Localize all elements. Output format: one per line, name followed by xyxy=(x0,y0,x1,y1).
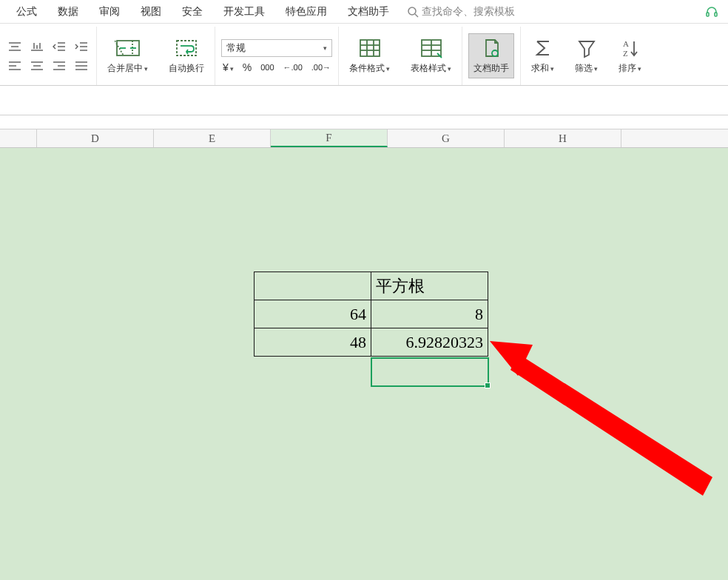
table-style-button[interactable]: 表格样式▾ xyxy=(406,34,456,78)
sigma-icon xyxy=(532,37,554,59)
filter-button[interactable]: 筛选▾ xyxy=(570,34,602,78)
align-center-icon[interactable] xyxy=(28,58,46,73)
indent-increase-icon[interactable] xyxy=(73,39,90,54)
doc-helper-icon xyxy=(480,37,502,59)
currency-button[interactable]: ¥▾ xyxy=(223,61,234,73)
align-center-h-icon[interactable] xyxy=(6,39,24,54)
col-header-g[interactable]: G xyxy=(388,129,505,147)
merge-cells-icon xyxy=(115,37,141,59)
number-format-value: 常规 xyxy=(226,41,246,55)
cell-e2[interactable]: 64 xyxy=(255,300,371,328)
menu-special-apps[interactable]: 特色应用 xyxy=(275,5,337,18)
conditional-format-icon xyxy=(357,37,382,59)
column-headers: D E F G H xyxy=(0,129,728,148)
fill-handle[interactable] xyxy=(485,382,491,388)
worksheet-grid[interactable]: 平方根 64 8 48 6.92820323 xyxy=(0,148,728,580)
table-style-group: 表格样式▾ xyxy=(400,27,462,85)
cell-e1[interactable] xyxy=(255,272,371,300)
sort-button[interactable]: AZ 排序▾ xyxy=(614,34,646,78)
merge-label: 合并居中 xyxy=(107,63,143,73)
menu-doc-helper[interactable]: 文档助手 xyxy=(337,5,400,18)
menu-dev-tools[interactable]: 开发工具 xyxy=(213,5,275,18)
menu-bar: 公式 数据 审阅 视图 安全 开发工具 特色应用 文档助手 查找命令、搜索模板 xyxy=(0,0,728,24)
doc-helper-button[interactable]: 文档助手 xyxy=(468,33,514,78)
table-row: 平方根 xyxy=(255,272,488,300)
wrap-text-icon xyxy=(173,37,200,59)
cell-f1[interactable]: 平方根 xyxy=(371,272,488,300)
align-right-icon[interactable] xyxy=(50,58,68,73)
wrap-label: 自动换行 xyxy=(169,62,204,75)
filter-group: 筛选▾ xyxy=(564,27,608,85)
doc-helper-label: 文档助手 xyxy=(473,62,509,75)
decrease-decimal-button[interactable]: .00→ xyxy=(311,63,331,72)
sort-group: AZ 排序▾ xyxy=(608,27,652,85)
increase-decimal-button[interactable]: ←.00 xyxy=(283,63,303,72)
align-left-icon[interactable] xyxy=(6,58,24,73)
table-row: 48 6.92820323 xyxy=(255,328,488,357)
cell-e3[interactable]: 48 xyxy=(255,328,371,357)
wrap-group: 自动换行 xyxy=(158,27,215,85)
headset-icon[interactable] xyxy=(704,4,719,19)
svg-marker-47 xyxy=(510,354,712,496)
menu-view[interactable]: 视图 xyxy=(130,5,172,18)
sum-group: 求和▾ xyxy=(521,27,564,85)
col-header-d[interactable]: D xyxy=(37,129,154,147)
svg-rect-2 xyxy=(707,13,709,16)
svg-text:A: A xyxy=(623,39,629,48)
table-row: 64 8 xyxy=(255,300,488,328)
cell-f2[interactable]: 8 xyxy=(371,300,488,328)
search-placeholder: 查找命令、搜索模板 xyxy=(422,5,515,18)
sort-label: 排序 xyxy=(619,63,636,73)
ribbon-toolbar: 合并居中▾ 自动换行 常规 ▾ ¥▾ % 000 ←.00 .00→ 条件格式▾ xyxy=(0,24,728,86)
justify-icon[interactable] xyxy=(73,58,90,73)
funnel-icon xyxy=(576,37,598,59)
wrap-text-button[interactable]: 自动换行 xyxy=(164,34,209,78)
annotation-arrow-icon xyxy=(0,148,728,580)
merge-group: 合并居中▾ xyxy=(97,27,158,85)
formula-bar-area xyxy=(0,86,728,115)
filter-label: 筛选 xyxy=(575,63,593,73)
sum-button[interactable]: 求和▾ xyxy=(527,34,559,78)
search-box[interactable]: 查找命令、搜索模板 xyxy=(407,5,515,18)
comma-style-button[interactable]: 000 xyxy=(260,63,274,72)
align-group xyxy=(0,27,97,85)
search-icon xyxy=(407,6,419,18)
select-all-corner[interactable] xyxy=(0,129,37,147)
percent-button[interactable]: % xyxy=(243,61,252,73)
svg-point-42 xyxy=(492,50,498,56)
col-header-e[interactable]: E xyxy=(154,129,271,147)
indent-decrease-icon[interactable] xyxy=(50,39,68,54)
align-bottom-icon[interactable] xyxy=(28,39,46,54)
table-style-label: 表格样式 xyxy=(411,63,446,73)
data-table: 平方根 64 8 48 6.92820323 xyxy=(254,272,488,357)
number-format-group: 常规 ▾ ¥▾ % 000 ←.00 .00→ xyxy=(215,27,339,85)
cell-f3[interactable]: 6.92820323 xyxy=(371,328,488,357)
svg-line-1 xyxy=(415,14,418,17)
svg-rect-3 xyxy=(715,13,717,16)
chevron-down-icon: ▾ xyxy=(323,44,327,52)
sum-label: 求和 xyxy=(531,63,549,73)
col-header-f[interactable]: F xyxy=(271,129,388,147)
menu-formula[interactable]: 公式 xyxy=(6,5,47,18)
menu-security[interactable]: 安全 xyxy=(172,5,213,18)
svg-point-0 xyxy=(408,7,416,15)
active-cell-selection[interactable] xyxy=(371,357,489,387)
svg-rect-33 xyxy=(360,40,380,56)
sort-icon: AZ xyxy=(619,37,641,59)
table-style-icon xyxy=(419,37,444,59)
col-header-h[interactable]: H xyxy=(505,129,621,147)
merge-cells-button[interactable]: 合并居中▾ xyxy=(103,34,152,78)
cond-format-label: 条件格式 xyxy=(349,63,385,73)
menu-data[interactable]: 数据 xyxy=(47,5,89,18)
conditional-format-button[interactable]: 条件格式▾ xyxy=(345,34,394,78)
menu-review[interactable]: 审阅 xyxy=(89,5,130,18)
svg-text:Z: Z xyxy=(623,49,628,58)
cond-format-group: 条件格式▾ xyxy=(339,27,400,85)
number-format-dropdown[interactable]: 常规 ▾ xyxy=(221,39,332,57)
svg-marker-46 xyxy=(490,341,533,376)
doc-helper-group: 文档助手 xyxy=(462,27,521,85)
